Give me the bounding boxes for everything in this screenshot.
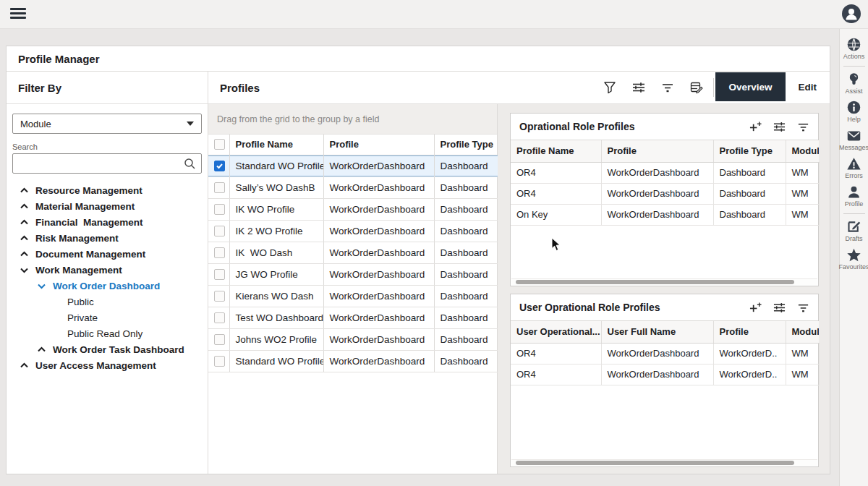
group-by-dropzone[interactable]: Drag from the grid to the group by a fie… (208, 104, 497, 135)
filter-lines-icon[interactable] (797, 121, 809, 133)
column-header[interactable]: Module (786, 140, 819, 162)
cell-profile: WorkOrderDashboard (323, 198, 434, 220)
column-header[interactable]: Profile (323, 135, 434, 155)
row-checkbox[interactable] (214, 182, 225, 193)
tab-edit[interactable]: Edit (786, 72, 830, 101)
chevron-down-icon (18, 264, 30, 276)
rail-label: Help (847, 116, 861, 123)
add-row-icon[interactable] (749, 302, 762, 314)
card-title: User Oprational Role Profiles (519, 302, 749, 313)
row-checkbox[interactable] (214, 247, 225, 258)
table-row[interactable]: IK WO Profile WorkOrderDashboard Dashboa… (208, 198, 498, 220)
search-input[interactable] (19, 158, 184, 169)
cell-profile-name: JG WO Profile (229, 263, 323, 285)
rail-item-help[interactable]: Help (840, 98, 868, 126)
table-row[interactable]: Kierans WO Dash WorkOrderDashboard Dashb… (208, 285, 498, 307)
rail-item-profile[interactable]: Profile (840, 182, 868, 210)
table-row[interactable]: OR4 WorkOrderDashboard WorkOrderD.. WM (511, 364, 819, 385)
column-header[interactable]: Profile Name (229, 135, 323, 155)
cell: WorkOrderDashboard (601, 183, 713, 204)
cell-profile-name: Kierans WO Dash (229, 285, 323, 307)
table-row[interactable]: IK 2 WO Profile WorkOrderDashboard Dashb… (208, 220, 498, 242)
chevron-up-icon (18, 232, 30, 244)
column-header[interactable]: Profile Type (434, 135, 498, 155)
cell-profile-type: Dashboard (434, 328, 498, 350)
tab-overview[interactable]: Overview (715, 72, 785, 101)
tune-sliders-icon[interactable] (773, 302, 786, 314)
tab-label: Edit (799, 82, 817, 93)
column-header[interactable]: Module (786, 321, 819, 343)
row-checkbox[interactable] (214, 161, 225, 171)
chevron-down-icon (35, 280, 47, 291)
table-edit-icon[interactable] (690, 81, 703, 94)
column-header[interactable]: User Operational... (511, 321, 601, 343)
tree-item-risk-management[interactable]: Risk Management (12, 230, 202, 246)
tune-sliders-icon[interactable] (773, 121, 786, 133)
row-checkbox[interactable] (214, 356, 225, 367)
filter-funnel-icon[interactable] (603, 81, 616, 94)
table-row[interactable]: OR4 WorkOrderDashboard Dashboard WM (511, 183, 819, 204)
table-row[interactable]: On Key WorkOrderDashboard Dashboard WM (511, 204, 819, 225)
chevron-up-icon (18, 216, 30, 228)
column-header[interactable]: User Full Name (601, 321, 713, 343)
module-dropdown[interactable]: Module (12, 114, 202, 134)
tree-item-label: Work Management (35, 265, 122, 276)
row-checkbox[interactable] (214, 226, 225, 236)
column-header[interactable]: Profile (601, 140, 713, 162)
cell-profile-type: Dashboard (434, 263, 498, 285)
table-row[interactable]: Standard WO Profile WorkOrderDashboard D… (208, 155, 498, 176)
filter-lines-icon[interactable] (797, 302, 809, 314)
add-row-icon[interactable] (749, 121, 762, 133)
row-checkbox[interactable] (214, 291, 225, 302)
column-header[interactable]: Profile Type (713, 140, 786, 162)
cell: WM (786, 343, 819, 364)
rail-item-errors[interactable]: Errors (840, 154, 868, 182)
tree-item-public-read-only[interactable]: Public Read Only (12, 325, 202, 341)
rail-label: Favourites (838, 263, 868, 270)
row-checkbox[interactable] (214, 334, 225, 345)
tree-item-work-order-dashboard[interactable]: Work Order Dashboard (12, 278, 202, 294)
tree-item-resource-management[interactable]: Resource Management (12, 182, 202, 198)
card-title: Oprational Role Profiles (519, 121, 749, 132)
tree-item-material-management[interactable]: Material Management (12, 198, 202, 214)
column-header[interactable]: Profile (713, 321, 786, 343)
table-row[interactable]: Sally’s WO DashB WorkOrderDashboard Dash… (208, 176, 498, 198)
rail-item-actions[interactable]: Actions (840, 35, 868, 63)
tree-item-work-management[interactable]: Work Management (12, 262, 202, 278)
rail-item-assist[interactable]: Assist (840, 69, 868, 98)
row-checkbox[interactable] (214, 269, 225, 280)
rail-item-drafts[interactable]: Drafts (840, 217, 868, 245)
tree-item-financial-management[interactable]: Financial Management (12, 214, 202, 230)
table-row[interactable]: IK WO Dash WorkOrderDashboard Dashboard (208, 242, 498, 263)
tree-item-public[interactable]: Public (12, 294, 202, 310)
table-row[interactable]: Johns WO2 Profile WorkOrderDashboard Das… (208, 328, 498, 350)
rail-item-messages[interactable]: Messages (840, 126, 868, 154)
row-checkbox[interactable] (214, 204, 225, 215)
tree-item-label: Material Management (35, 201, 135, 212)
star-icon (846, 247, 861, 263)
cell: WorkOrderDashboard (601, 343, 713, 364)
tree-item-work-order-task-dashboard[interactable]: Work Order Task Dashboard (12, 341, 202, 357)
select-all-checkbox[interactable] (214, 139, 225, 150)
tree-item-user-access-management[interactable]: User Access Management (12, 357, 202, 373)
grid-header-row: Profile Name Profile Profile Type (208, 135, 498, 155)
tune-sliders-icon[interactable] (632, 81, 645, 94)
cell-profile-name: Johns WO2 Profile (229, 328, 323, 350)
user-avatar-icon[interactable] (841, 4, 861, 24)
table-row[interactable]: OR4 WorkOrderDashboard WorkOrderD.. WM (511, 343, 819, 364)
table-row[interactable]: JG WO Profile WorkOrderDashboard Dashboa… (208, 263, 498, 285)
scrollbar-thumb[interactable] (516, 461, 794, 465)
rail-item-favourites[interactable]: Favourites (840, 245, 868, 273)
filter-lines-icon[interactable] (661, 81, 674, 94)
table-row[interactable]: Test WO Dashboard WorkOrderDashboard Das… (208, 307, 498, 328)
row-checkbox[interactable] (214, 312, 225, 323)
globe-icon (846, 37, 861, 52)
column-header[interactable]: Profile Name (511, 140, 601, 162)
tree-item-private[interactable]: Private (12, 310, 202, 325)
table-row[interactable]: Standard WO Profile WorkOrderDashboard D… (208, 350, 498, 372)
menu-hamburger-icon[interactable] (10, 8, 26, 21)
tree-item-document-management[interactable]: Document Management (12, 246, 202, 262)
scrollbar-thumb[interactable] (516, 280, 794, 284)
table-row[interactable]: OR4 WorkOrderDashboard Dashboard WM (511, 162, 819, 183)
card-table-header-row: Profile Name Profile Profile Type Module (511, 140, 819, 162)
